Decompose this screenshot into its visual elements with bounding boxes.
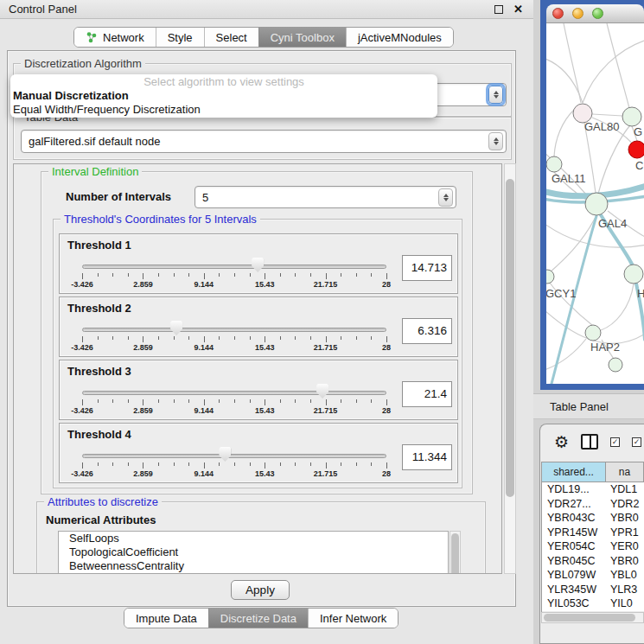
tick-label: 21.715 [314, 406, 338, 415]
tab-label: Impute Data [136, 612, 197, 625]
check-column-icon-2[interactable]: ✓ [632, 437, 641, 447]
network-node-c[interactable] [628, 141, 644, 158]
close-icon[interactable]: ✕ [513, 5, 523, 14]
tick-mark [158, 462, 159, 466]
float-window-icon[interactable] [494, 5, 503, 14]
tick-mark [310, 336, 311, 340]
threshold-value-field[interactable]: 6.316 [402, 318, 452, 344]
combobox-stepper[interactable] [488, 132, 503, 150]
network-node-g[interactable] [622, 107, 641, 126]
tick-label: 2.859 [133, 343, 153, 352]
settings-gear-icon[interactable]: ⚙ [554, 434, 569, 450]
bottom-tab-discretize-data[interactable]: Discretize Data [208, 609, 308, 628]
table-body: YDL19...YDL1YDR27...YDR2YBR043CYBR0YPR14… [541, 482, 644, 615]
attribute-item-selfloops[interactable]: SelfLoops [59, 532, 448, 545]
table-row[interactable]: YBR043CYBR0 [542, 511, 644, 526]
table-horizontal-scrollbar[interactable] [541, 612, 644, 623]
table-row[interactable]: YLR345WYLR3 [542, 583, 644, 597]
network-node-gcy1[interactable] [546, 270, 554, 284]
table-row[interactable]: YBL079WYBL0 [542, 568, 644, 583]
apply-button[interactable]: Apply [231, 580, 290, 600]
node-label: GAL11 [552, 172, 586, 185]
network-edge [564, 23, 581, 103]
combobox-stepper[interactable] [438, 188, 453, 207]
scrollbar-thumb[interactable] [544, 614, 635, 622]
tick-label: 21.715 [314, 280, 338, 289]
table-data-combobox[interactable]: galFiltered.sif default node [21, 130, 507, 153]
column-header-na[interactable]: na [606, 462, 644, 482]
slider-track[interactable] [82, 454, 386, 458]
network-node-gal4[interactable] [585, 193, 608, 215]
number-of-intervals-combobox[interactable]: 5 [194, 186, 456, 208]
tab-style[interactable]: Style [156, 28, 204, 47]
threshold-value-field[interactable]: 11.344 [402, 444, 452, 470]
table-cell: YBR045C [542, 554, 607, 569]
tab-jactivemnodules[interactable]: jActiveMNodules [346, 28, 453, 47]
check-column-icon-1[interactable]: ✓ [610, 437, 620, 447]
network-canvas[interactable]: GAL80GCGAL11GAL4GCY1HHAP2 [546, 23, 644, 384]
tab-network[interactable]: Network [74, 28, 156, 47]
list-scrollbar[interactable] [450, 531, 461, 574]
table-cell: YDR2 [607, 497, 644, 512]
tick-label: -3.426 [71, 406, 93, 415]
tick-label: 28 [382, 406, 391, 415]
slider-thumb[interactable] [170, 321, 182, 335]
tick-mark [356, 462, 357, 466]
tick-mark [326, 399, 327, 405]
combobox-stepper[interactable] [488, 86, 503, 104]
numerical-attributes-list[interactable]: SelfLoopsTopologicalCoefficientBetweenne… [58, 531, 449, 574]
algorithm-option-manual-discretization[interactable]: Manual Discretization [10, 89, 437, 103]
network-node[interactable] [609, 358, 622, 372]
slider-track[interactable] [82, 265, 386, 269]
node-label: HAP2 [590, 341, 620, 354]
slider-track[interactable] [82, 391, 386, 395]
slider-thumb[interactable] [316, 384, 328, 399]
network-edge [607, 23, 629, 108]
application-window: Control Panel ✕ NetworkStyleSelectCyni T… [0, 0, 644, 644]
tick-mark [174, 462, 175, 466]
table-row[interactable]: YPR145WYPR1 [542, 526, 644, 540]
threshold-value-field[interactable]: 14.713 [402, 255, 452, 281]
tab-label: jActiveMNodules [358, 31, 442, 44]
table-cell: YER0 [607, 539, 644, 554]
table-row[interactable]: YBR045CYBR0 [542, 554, 644, 569]
tab-select[interactable]: Select [204, 28, 258, 47]
tick-mark [219, 462, 220, 466]
attribute-item-betweennesscentrality[interactable]: BetweennessCentrality [59, 559, 448, 573]
table-row[interactable]: YDL19...YDL1 [542, 482, 644, 497]
network-node-hap2[interactable] [585, 325, 601, 341]
slider-thumb[interactable] [252, 258, 264, 272]
network-node-h[interactable] [624, 265, 643, 284]
table-row[interactable]: YER054CYER0 [542, 539, 644, 554]
scrollbar-thumb[interactable] [451, 533, 459, 574]
attribute-item-topologicalcoefficient[interactable]: TopologicalCoefficient [59, 545, 448, 559]
tick-mark [356, 336, 357, 340]
algorithm-option-equal-width-frequency-discretization[interactable]: Equal Width/Frequency Discretization [10, 103, 437, 117]
tick-mark [295, 399, 296, 403]
tick-mark [326, 462, 327, 469]
tick-mark [98, 273, 99, 277]
panel-scrollbar[interactable] [504, 163, 516, 574]
network-edge [546, 58, 583, 103]
bottom-tab-impute-data[interactable]: Impute Data [124, 609, 208, 628]
close-traffic-light[interactable] [552, 8, 564, 19]
control-panel-titlebar: Control Panel ✕ [0, 0, 533, 19]
network-edge [546, 339, 586, 370]
tick-mark [219, 336, 220, 340]
bottom-tab-infer-network[interactable]: Infer Network [308, 609, 398, 628]
network-node-gal11[interactable] [546, 156, 562, 172]
slider-thumb[interactable] [219, 447, 231, 462]
table-row[interactable]: YIL053CYIL0 [542, 596, 644, 611]
slider-track[interactable] [82, 328, 386, 332]
column-header-shared[interactable]: shared... [541, 462, 606, 482]
tab-cyni-toolbox[interactable]: Cyni Toolbox [258, 28, 346, 47]
zoom-traffic-light[interactable] [592, 8, 603, 19]
minimize-traffic-light[interactable] [572, 8, 583, 19]
scrollbar-thumb[interactable] [506, 179, 514, 497]
table-row[interactable]: YDR27...YDR2 [542, 497, 644, 512]
tick-mark [371, 399, 372, 403]
threshold-value-field[interactable]: 21.4 [402, 381, 452, 407]
threshold-label: Threshold 2 [67, 302, 131, 315]
numerical-attributes-label: Numerical Attributes [46, 513, 156, 526]
split-columns-icon[interactable] [581, 434, 598, 450]
